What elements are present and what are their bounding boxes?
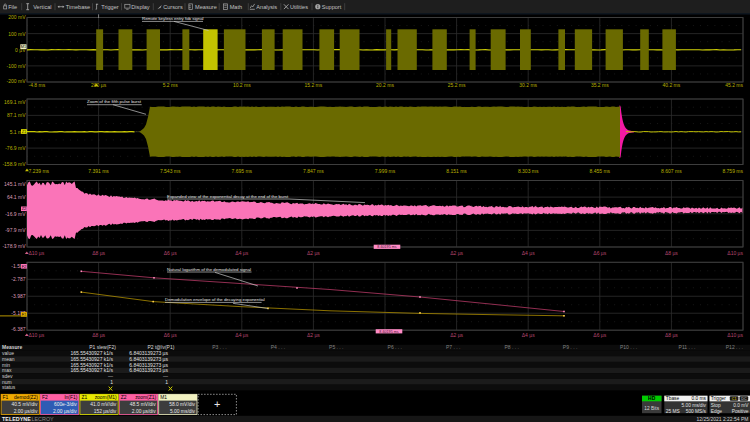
svg-text:DC: DC xyxy=(741,397,747,401)
svg-text:Support: Support xyxy=(322,4,342,10)
svg-text:Trigger: Trigger xyxy=(101,4,119,10)
svg-text:Remote keyless entry fob signa: Remote keyless entry fob signal xyxy=(142,16,204,21)
svg-text:Δ8 µs: Δ8 µs xyxy=(92,332,105,338)
svg-text:600e-3/div: 600e-3/div xyxy=(54,402,77,407)
svg-text:Δ8 µs: Δ8 µs xyxy=(665,250,678,256)
svg-text:Analysis: Analysis xyxy=(256,4,277,10)
svg-text:Δ10 µs: Δ10 µs xyxy=(29,332,45,338)
svg-text:Vertical: Vertical xyxy=(33,4,51,10)
svg-text:15.2 ms: 15.2 ms xyxy=(305,82,323,88)
svg-text:5.2 ms: 5.2 ms xyxy=(163,82,179,88)
svg-text:169.1 mV: 169.1 mV xyxy=(4,99,26,105)
svg-text:HD: HD xyxy=(648,395,656,401)
svg-text:F2: F2 xyxy=(22,264,27,269)
svg-text:status: status xyxy=(2,384,16,390)
svg-text:Z1: Z1 xyxy=(81,395,87,400)
svg-text:-100 mV: -100 mV xyxy=(7,63,27,69)
svg-text:7.239 ms: 7.239 ms xyxy=(29,168,50,174)
svg-text:P11 . . .: P11 . . . xyxy=(679,344,696,350)
svg-text:Z1: Z1 xyxy=(22,129,27,134)
svg-text:Edge: Edge xyxy=(711,409,723,414)
svg-text:Cursors: Cursors xyxy=(163,4,183,10)
svg-text:P6 . . .: P6 . . . xyxy=(388,344,402,350)
svg-text:-2.787: -2.787 xyxy=(11,276,25,282)
svg-text:-4.8 ms: -4.8 ms xyxy=(29,82,46,88)
svg-text:145.1 mV: 145.1 mV xyxy=(4,181,26,187)
svg-text:1: 1 xyxy=(110,379,113,385)
svg-text:-3.987: -3.987 xyxy=(11,293,25,299)
svg-text:M1: M1 xyxy=(21,44,26,49)
svg-text:8.60195 ms: 8.60195 ms xyxy=(377,245,396,249)
svg-text:8.607 ms: 8.607 ms xyxy=(661,168,682,174)
svg-text:Δ8 µs: Δ8 µs xyxy=(92,250,105,256)
svg-text:P7 . . .: P7 . . . xyxy=(446,344,460,350)
svg-text:F1: F1 xyxy=(3,395,9,400)
svg-text:Δ2 µs: Δ2 µs xyxy=(307,332,320,338)
svg-text:P5 . . .: P5 . . . xyxy=(329,344,343,350)
svg-text:Timebase: Timebase xyxy=(66,4,90,10)
svg-text:P8 . . .: P8 . . . xyxy=(504,344,518,350)
svg-text:7.999 ms: 7.999 ms xyxy=(375,168,396,174)
svg-text:-16.9 mV: -16.9 mV xyxy=(5,211,26,217)
svg-text:+: + xyxy=(214,398,220,410)
svg-text:P9 . . .: P9 . . . xyxy=(563,344,577,350)
svg-text:P3 . . .: P3 . . . xyxy=(212,344,226,350)
svg-text:12 Bits: 12 Bits xyxy=(644,406,659,411)
svg-text:20.2 ms: 20.2 ms xyxy=(376,82,394,88)
svg-text:-6.387: -6.387 xyxy=(11,326,25,332)
svg-text:Δ4 µs: Δ4 µs xyxy=(235,332,248,338)
svg-text:12/25/2021 2:22:54 PM: 12/25/2021 2:22:54 PM xyxy=(697,416,749,422)
svg-text:Δ6 µs: Δ6 µs xyxy=(593,332,606,338)
svg-text:Stop: Stop xyxy=(711,403,721,408)
svg-text:C1: C1 xyxy=(732,397,737,401)
svg-text:25 MS: 25 MS xyxy=(666,409,680,414)
svg-text:-200 mV: -200 mV xyxy=(7,78,27,84)
svg-text:Δ2 µs: Δ2 µs xyxy=(450,250,463,256)
svg-text:Z2: Z2 xyxy=(22,206,27,211)
svg-text:5.00 ms/div: 5.00 ms/div xyxy=(170,409,196,414)
svg-text:LECROY: LECROY xyxy=(32,416,55,422)
svg-text:Math: Math xyxy=(230,4,242,10)
svg-text:Δ4 µs: Δ4 µs xyxy=(235,250,248,256)
svg-text:zoom(M1): zoom(M1) xyxy=(95,395,117,400)
svg-text:7.695 ms: 7.695 ms xyxy=(232,168,253,174)
svg-text:30.2 ms: 30.2 ms xyxy=(519,82,537,88)
svg-text:87.1 mV: 87.1 mV xyxy=(7,112,26,118)
svg-text:45.2 ms: 45.2 ms xyxy=(725,82,743,88)
svg-text:2.00 µs/div: 2.00 µs/div xyxy=(132,409,156,414)
svg-text:Δ2 µs: Δ2 µs xyxy=(450,332,463,338)
svg-text:Δ4 µs: Δ4 µs xyxy=(522,332,535,338)
svg-text:Δ10 µs: Δ10 µs xyxy=(727,250,743,256)
svg-text:200 mV: 200 mV xyxy=(8,14,26,20)
svg-text:-158.9 mV: -158.9 mV xyxy=(2,161,26,167)
svg-text:0.0 mV: 0.0 mV xyxy=(733,403,749,408)
svg-text:5.00 ms/div: 5.00 ms/div xyxy=(681,403,706,408)
svg-text:Trigger: Trigger xyxy=(711,396,726,401)
svg-text:F2: F2 xyxy=(42,395,48,400)
svg-text:1: 1 xyxy=(165,379,168,385)
svg-text:Zoom of the fifth pulse burst: Zoom of the fifth pulse burst xyxy=(87,99,142,104)
svg-text:2.00 µs/div: 2.00 µs/div xyxy=(53,409,77,414)
svg-text:8.759 ms: 8.759 ms xyxy=(722,168,743,174)
svg-text:Δ2 µs: Δ2 µs xyxy=(307,250,320,256)
svg-text:40.2 ms: 40.2 ms xyxy=(663,82,681,88)
svg-text:Δ8 µs: Δ8 µs xyxy=(665,332,678,338)
svg-text:152 µs/div: 152 µs/div xyxy=(94,409,117,414)
svg-text:Utilities: Utilities xyxy=(290,4,308,10)
svg-text:40.5 mV/div: 40.5 mV/div xyxy=(12,402,38,407)
svg-text:8.303 ms: 8.303 ms xyxy=(518,168,539,174)
svg-text:Δ10 µs: Δ10 µs xyxy=(29,250,45,256)
svg-text:200 µs: 200 µs xyxy=(91,82,107,88)
svg-text:25.2 ms: 25.2 ms xyxy=(448,82,466,88)
svg-text:7.391 ms: 7.391 ms xyxy=(88,168,109,174)
svg-text:Display: Display xyxy=(131,4,150,10)
svg-text:-76.9 mV: -76.9 mV xyxy=(5,145,26,151)
svg-text:64.1 mV: 64.1 mV xyxy=(7,194,26,200)
svg-text:100 mV: 100 mV xyxy=(8,31,26,37)
svg-text:Δ6 µs: Δ6 µs xyxy=(164,332,177,338)
svg-text:P12 . . .: P12 . . . xyxy=(726,344,743,350)
svg-text:2.00 µs/div: 2.00 µs/div xyxy=(14,409,38,414)
svg-text:File: File xyxy=(8,4,17,10)
svg-text:Tbase: Tbase xyxy=(666,396,680,401)
svg-text:Δ10 µs: Δ10 µs xyxy=(727,332,743,338)
